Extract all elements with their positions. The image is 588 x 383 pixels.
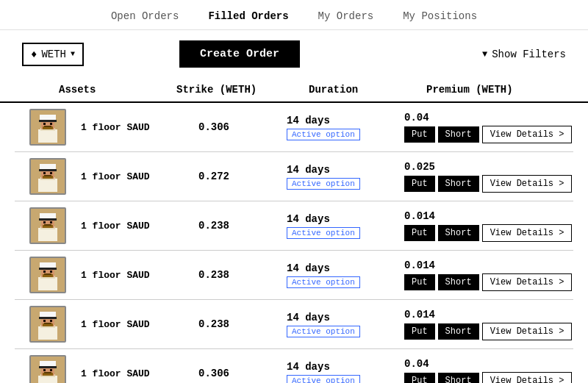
nav-my-positions[interactable]: My Positions (403, 10, 477, 22)
table-body: 1 floor SAUD 0.306 14 days Active option… (0, 103, 588, 383)
view-details-button[interactable]: View Details > (482, 126, 573, 143)
duration-col: 14 days Active option (287, 164, 404, 190)
short-button[interactable]: Short (438, 373, 479, 384)
premium-value: 0.014 (404, 309, 572, 321)
asset-image (29, 355, 66, 383)
asset-image (29, 158, 66, 195)
duration-days: 14 days (287, 312, 330, 323)
strike-value: 0.238 (198, 318, 287, 330)
premium-value: 0.04 (404, 358, 572, 370)
active-option-badge: Active option (287, 227, 360, 239)
short-button[interactable]: Short (438, 274, 479, 290)
premium-right: 0.014 Put Short View Details > (404, 259, 572, 291)
svg-rect-55 (39, 366, 57, 368)
strike-value: 0.272 (198, 171, 287, 182)
row-actions: Put Short View Details > (404, 372, 572, 384)
row-actions: Put Short View Details > (404, 175, 572, 193)
short-button[interactable]: Short (438, 126, 479, 143)
table-header: Assets Strike (WETH) Duration Premium (W… (0, 78, 588, 103)
nav-open-orders[interactable]: Open Orders (111, 10, 179, 22)
svg-rect-27 (50, 221, 52, 223)
strike-value: 0.306 (198, 368, 287, 379)
premium-col: 0.014 Put Short View Details > (404, 259, 572, 291)
svg-rect-56 (43, 369, 46, 371)
premium-value: 0.014 (404, 210, 572, 222)
premium-right: 0.014 Put Short View Details > (404, 309, 572, 340)
duration-col: 14 days Active option (287, 262, 404, 288)
view-details-button[interactable]: View Details > (482, 323, 573, 340)
col-header-assets: Assets (59, 84, 176, 96)
chevron-down-icon: ▼ (71, 50, 75, 58)
short-button[interactable]: Short (438, 176, 479, 192)
row-actions: Put Short View Details > (404, 126, 572, 143)
show-filters-label: Show Filters (492, 49, 566, 60)
row-data: 1 floor SAUD 0.238 14 days Active option… (74, 259, 572, 291)
col-header-strike: Strike (WETH) (176, 84, 309, 96)
col-header-duration: Duration (309, 84, 426, 96)
strike-value: 0.306 (198, 121, 287, 133)
strike-value: 0.238 (198, 269, 287, 281)
svg-rect-9 (44, 126, 51, 127)
nft-svg (31, 209, 65, 243)
svg-rect-26 (43, 221, 46, 223)
create-order-button[interactable]: Create Order (179, 40, 300, 68)
put-button[interactable]: Put (404, 176, 435, 192)
token-label: WETH (41, 49, 66, 60)
asset-image (29, 257, 66, 293)
eth-icon: ♦ (31, 49, 37, 60)
put-button[interactable]: Put (404, 373, 435, 384)
active-option-badge: Active option (287, 276, 360, 288)
svg-rect-46 (43, 320, 46, 322)
top-navigation: Open Orders Filled Orders My Orders My P… (0, 0, 588, 30)
nav-filled-orders[interactable]: Filled Orders (208, 10, 288, 22)
duration-days: 14 days (287, 262, 330, 274)
short-button[interactable]: Short (438, 225, 479, 241)
view-details-button[interactable]: View Details > (482, 273, 573, 291)
premium-value: 0.025 (404, 161, 572, 173)
table-row: 1 floor SAUD 0.238 14 days Active option… (15, 251, 573, 300)
asset-label: 1 floor SAUD (74, 270, 198, 281)
svg-rect-45 (39, 317, 57, 319)
put-button[interactable]: Put (404, 126, 435, 143)
active-option-badge: Active option (287, 178, 360, 190)
token-selector[interactable]: ♦ WETH ▼ (22, 43, 84, 66)
duration-days: 14 days (287, 164, 330, 176)
short-button[interactable]: Short (438, 323, 479, 340)
svg-rect-21 (38, 228, 57, 241)
row-data: 1 floor SAUD 0.272 14 days Active option… (74, 161, 572, 193)
duration-col: 14 days Active option (287, 115, 404, 140)
row-data: 1 floor SAUD 0.238 14 days Active option… (74, 210, 572, 242)
asset-label: 1 floor SAUD (74, 122, 198, 133)
svg-rect-16 (43, 172, 46, 174)
view-details-button[interactable]: View Details > (482, 224, 573, 242)
svg-rect-47 (50, 320, 52, 322)
put-button[interactable]: Put (404, 323, 435, 340)
row-data: 1 floor SAUD 0.306 14 days Active option… (74, 112, 572, 143)
svg-rect-41 (38, 326, 57, 340)
nft-svg (31, 357, 65, 383)
view-details-button[interactable]: View Details > (482, 175, 573, 193)
nav-my-orders[interactable]: My Orders (318, 10, 374, 22)
svg-rect-17 (50, 172, 52, 174)
view-details-button[interactable]: View Details > (482, 372, 573, 384)
asset-label: 1 floor SAUD (74, 171, 198, 182)
table-row: 1 floor SAUD 0.272 14 days Active option… (15, 152, 573, 201)
filter-icon: ▼ (482, 49, 487, 60)
svg-rect-1 (38, 129, 57, 143)
duration-col: 14 days Active option (287, 361, 404, 384)
show-filters-button[interactable]: ▼ Show Filters (482, 49, 566, 60)
active-option-badge: Active option (287, 375, 360, 384)
svg-rect-19 (44, 175, 51, 176)
svg-rect-7 (50, 123, 52, 125)
premium-col: 0.04 Put Short View Details > (404, 112, 572, 143)
put-button[interactable]: Put (404, 225, 435, 241)
svg-rect-29 (44, 224, 51, 226)
active-option-badge: Active option (287, 326, 360, 337)
active-option-badge: Active option (287, 129, 360, 140)
table-row: 1 floor SAUD 0.238 14 days Active option… (15, 201, 573, 251)
premium-right: 0.04 Put Short View Details > (404, 112, 572, 143)
svg-rect-15 (39, 169, 57, 171)
nft-svg (31, 160, 65, 193)
put-button[interactable]: Put (404, 274, 435, 290)
svg-rect-39 (44, 273, 51, 275)
